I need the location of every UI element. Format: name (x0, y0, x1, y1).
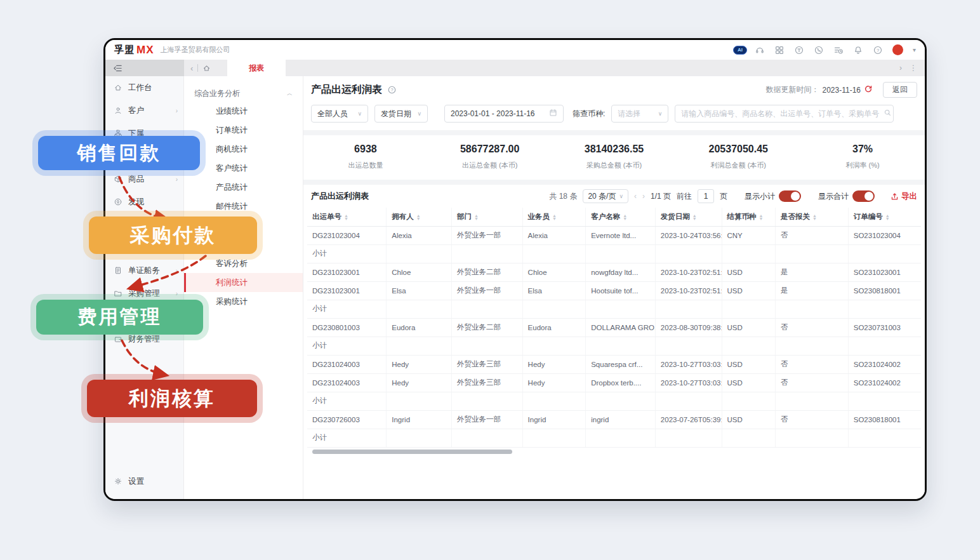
submenu-item-邮件统计[interactable]: 邮件统计 (184, 197, 303, 216)
table-row[interactable]: DG231024003Hedy外贸业务三部HedySquarespa crf..… (307, 355, 921, 373)
back-button[interactable]: 返回 (883, 82, 917, 98)
sidebar-item-label: 采购管理 (128, 288, 160, 299)
sidebar-item-工作台[interactable]: 工作台 (105, 76, 183, 99)
search-input[interactable]: 请输入商品编号、商品名称、出运单号、订单号、采购单号 (675, 105, 894, 123)
next-page-icon[interactable]: › (642, 192, 645, 201)
cell: ingrid (586, 410, 656, 429)
shipping-icon (114, 266, 122, 275)
column-header-发货日期[interactable]: 发货日期▲▼ (655, 208, 722, 226)
refresh-icon[interactable] (864, 84, 873, 95)
sidebar-item-单证船务[interactable]: 单证船务› (105, 259, 183, 282)
chevron-down-icon[interactable]: ▾ (913, 46, 916, 53)
date-range-input[interactable]: 2023-01-01 - 2023-11-16 (444, 105, 564, 123)
currency-select[interactable]: 请选择∨ (611, 105, 668, 123)
message-icon[interactable] (794, 45, 804, 55)
sort-icon[interactable]: ▲▼ (812, 214, 817, 220)
svg-text:?: ? (390, 87, 393, 93)
scrollbar-thumb[interactable] (312, 450, 512, 454)
headset-icon[interactable] (755, 45, 765, 55)
horizontal-scrollbar[interactable] (312, 450, 913, 455)
cell: Hedy (387, 355, 452, 373)
sidebar-item-发现[interactable]: 发现 (105, 190, 183, 213)
collapse-sidebar-button[interactable] (105, 60, 184, 76)
cell: Chloe (387, 263, 452, 281)
column-header-业务员[interactable]: 业务员▲▼ (522, 208, 586, 226)
column-header-部门[interactable]: 部门▲▼ (451, 208, 522, 226)
cell: 外贸业务三部 (451, 373, 522, 392)
sidebar-item-客户[interactable]: 客户› (105, 99, 183, 122)
apps-icon[interactable] (774, 45, 785, 55)
ai-icon[interactable]: AI (735, 45, 745, 55)
column-header-是否报关[interactable]: 是否报关▲▼ (776, 208, 849, 226)
column-header-拥有人[interactable]: 拥有人▲▼ (387, 208, 452, 226)
user-avatar[interactable] (892, 44, 903, 55)
sort-icon[interactable]: ▲▼ (759, 214, 764, 220)
sort-icon[interactable]: ▲▼ (623, 214, 627, 220)
cell: 否 (776, 226, 849, 244)
home-tab-icon[interactable] (202, 64, 211, 72)
sort-icon[interactable]: ▲▼ (416, 214, 421, 220)
column-header-订单编号[interactable]: 订单编号▲▼ (848, 208, 921, 226)
goto-page-input[interactable]: 1 (698, 189, 714, 203)
help-icon[interactable]: ? (387, 85, 397, 95)
cell: 外贸业务二部 (451, 263, 522, 281)
export-button[interactable]: 导出 (891, 191, 917, 202)
bell-icon[interactable] (853, 45, 863, 55)
tab-more-icon[interactable]: ⋮ (910, 63, 917, 72)
tasks-icon[interactable] (833, 45, 844, 55)
person-filter-select[interactable]: 全部人员∨ (311, 105, 368, 123)
cell: 2023-10-24T03:56:... (655, 226, 722, 244)
column-header-出运单号[interactable]: 出运单号▲▼ (307, 208, 387, 226)
date-type-select[interactable]: 发货日期∨ (374, 105, 428, 123)
divider (197, 64, 198, 72)
stat-value: 38140236.55 (552, 143, 677, 155)
table-row[interactable]: DG230801003Eudora外贸业务二部EudoraDOLLARAMA G… (307, 318, 921, 337)
submenu-group-header[interactable]: 综合业务分析 ︿ (184, 85, 303, 102)
column-header-结算币种[interactable]: 结算币种▲▼ (722, 208, 776, 226)
sidebar-item-商品[interactable]: 商品› (105, 168, 183, 190)
cell: 否 (776, 318, 849, 337)
column-header-客户名称[interactable]: 客户名称▲▼ (586, 208, 656, 226)
page-size-select[interactable]: 20 条/页∨ (583, 189, 628, 203)
sort-icon[interactable]: ▲▼ (885, 214, 890, 220)
nav-back-icon[interactable]: ‹ (190, 63, 193, 73)
cell: SO230731003 (848, 318, 921, 337)
tab-scroll-right-icon[interactable]: › (899, 63, 902, 72)
prev-page-icon[interactable]: ‹ (634, 192, 637, 201)
cell: USD (722, 281, 776, 300)
tab-reports[interactable]: 报表 (227, 60, 286, 76)
table-row[interactable]: DG231023001Chloe外贸业务二部Chloenowgfday ltd.… (307, 263, 921, 281)
table-row[interactable]: DG230726003Ingrid外贸业务一部Ingridingrid2023-… (307, 410, 921, 429)
cell: 小计 (307, 300, 387, 318)
submenu-item-客户统计[interactable]: 客户统计 (184, 159, 303, 178)
submenu-item-利润统计[interactable]: 利润统计 (184, 273, 303, 292)
cell: DG231023001 (307, 263, 387, 281)
submenu-item-产品统计[interactable]: 产品统计 (184, 178, 303, 197)
sidebar-item-label: 财务管理 (128, 334, 160, 345)
submenu-item-订单统计[interactable]: 订单统计 (184, 121, 303, 140)
table-row[interactable]: DG231024003Hedy外贸业务三部HedyDropbox terb...… (307, 373, 921, 392)
cell (655, 300, 722, 318)
cell (848, 244, 921, 263)
cell: CNY (722, 226, 776, 244)
sidebar-item-settings[interactable]: 设置 (105, 470, 183, 493)
cell: 小计 (307, 244, 387, 263)
sort-icon[interactable]: ▲▼ (474, 214, 479, 220)
show-total-toggle[interactable] (852, 190, 875, 202)
phone-icon[interactable] (814, 45, 824, 55)
help-icon[interactable]: ? (873, 45, 883, 55)
submenu-item-业绩统计[interactable]: 业绩统计 (184, 102, 303, 121)
cell: USD (722, 263, 776, 281)
table-row[interactable]: DG231023001Elsa外贸业务一部ElsaHootsuite tof..… (307, 281, 921, 300)
sort-icon[interactable]: ▲▼ (552, 214, 557, 220)
sort-icon[interactable]: ▲▼ (692, 214, 697, 220)
sort-icon[interactable]: ▲▼ (344, 214, 348, 220)
cell (451, 244, 522, 263)
table-row[interactable]: DG231023004Alexia外贸业务一部AlexiaEvernote lt… (307, 226, 921, 244)
submenu-item-客诉分析[interactable]: 客诉分析 (184, 254, 303, 273)
submenu-item-商机统计[interactable]: 商机统计 (184, 140, 303, 159)
show-subtotal-toggle[interactable] (779, 190, 801, 202)
main-panel: 产品出运利润表 ? 数据更新时间：2023-11-16 返回 全部人员∨ 发货 (303, 76, 925, 499)
cell (776, 244, 849, 263)
cell (776, 392, 849, 410)
